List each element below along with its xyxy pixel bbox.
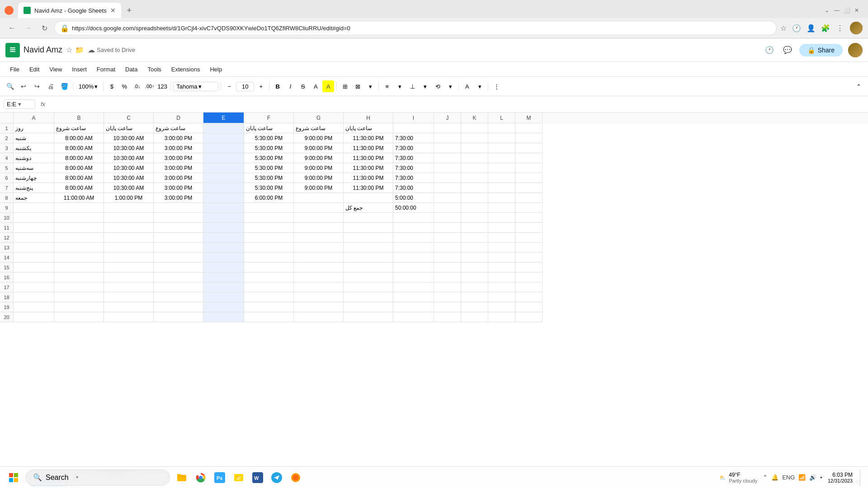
- cell-M3[interactable]: [515, 143, 542, 153]
- col-header-A[interactable]: A: [14, 113, 54, 123]
- cell-F20[interactable]: [244, 312, 294, 322]
- cell-A20[interactable]: [14, 312, 54, 322]
- cell-K8[interactable]: [461, 193, 488, 203]
- cell-J11[interactable]: [434, 223, 461, 233]
- profile-avatar[interactable]: [850, 22, 863, 34]
- cell-A6[interactable]: چهارشنبه: [14, 173, 54, 183]
- cell-I1[interactable]: [393, 123, 434, 133]
- cell-C13[interactable]: [104, 243, 154, 253]
- cell-K17[interactable]: [461, 282, 488, 292]
- volume-icon[interactable]: 🔊: [809, 474, 816, 481]
- cell-D17[interactable]: [154, 282, 203, 292]
- cell-H11[interactable]: [344, 223, 393, 233]
- row-num-14[interactable]: 14: [0, 253, 14, 263]
- cell-K1[interactable]: [461, 123, 488, 133]
- cell-E19[interactable]: [203, 302, 244, 312]
- cell-I17[interactable]: [393, 282, 434, 292]
- cell-F14[interactable]: [244, 253, 294, 263]
- cell-I3[interactable]: 7:30:00: [393, 143, 434, 153]
- close-window-button[interactable]: ✕: [854, 7, 860, 14]
- cell-H7[interactable]: 11:30:00 PM: [344, 183, 393, 193]
- cell-C16[interactable]: [104, 272, 154, 282]
- cell-L11[interactable]: [488, 223, 515, 233]
- row-num-5[interactable]: 5: [0, 163, 14, 173]
- cell-K20[interactable]: [461, 312, 488, 322]
- cell-F3[interactable]: 5:30:00 PM: [244, 143, 294, 153]
- col-header-G[interactable]: G: [294, 113, 344, 123]
- cell-C19[interactable]: [104, 302, 154, 312]
- cell-F5[interactable]: 5:30:00 PM: [244, 163, 294, 173]
- cell-I8[interactable]: 5:00:00: [393, 193, 434, 203]
- show-desktop-button[interactable]: [860, 469, 863, 486]
- col-header-M[interactable]: M: [515, 113, 542, 123]
- row-num-15[interactable]: 15: [0, 263, 14, 272]
- minimize-button[interactable]: —: [834, 7, 840, 14]
- cell-H1[interactable]: ساعت پایان: [344, 123, 393, 133]
- cell-F7[interactable]: 5:30:00 PM: [244, 183, 294, 193]
- cell-K2[interactable]: [461, 133, 488, 143]
- cell-A9[interactable]: [14, 203, 54, 213]
- cell-F6[interactable]: 5:30:00 PM: [244, 173, 294, 183]
- cell-J7[interactable]: [434, 183, 461, 193]
- menu-data[interactable]: Data: [121, 64, 142, 75]
- cell-L2[interactable]: [488, 133, 515, 143]
- cell-F15[interactable]: [244, 263, 294, 272]
- account-icon[interactable]: 👤: [805, 22, 817, 34]
- cell-M9[interactable]: [515, 203, 542, 213]
- browser-menu-icon[interactable]: ⋮: [834, 22, 846, 34]
- cell-A2[interactable]: شنبه: [14, 133, 54, 143]
- cell-I5[interactable]: 7:30:00: [393, 163, 434, 173]
- cell-K15[interactable]: [461, 263, 488, 272]
- cell-E20[interactable]: [203, 312, 244, 322]
- cell-G9[interactable]: [294, 203, 344, 213]
- menu-insert[interactable]: Insert: [67, 64, 91, 75]
- cell-E4[interactable]: [203, 153, 244, 163]
- cell-K10[interactable]: [461, 213, 488, 223]
- cell-A12[interactable]: [14, 233, 54, 243]
- reload-button[interactable]: ↻: [38, 22, 51, 34]
- cell-M10[interactable]: [515, 213, 542, 223]
- cell-K7[interactable]: [461, 183, 488, 193]
- cell-D4[interactable]: 3:00:00 PM: [154, 153, 203, 163]
- cell-M4[interactable]: [515, 153, 542, 163]
- cell-D6[interactable]: 3:00:00 PM: [154, 173, 203, 183]
- row-num-12[interactable]: 12: [0, 233, 14, 243]
- cell-K4[interactable]: [461, 153, 488, 163]
- cell-H9[interactable]: جمع کل: [344, 203, 393, 213]
- valign-dropdown-button[interactable]: ▾: [419, 80, 431, 92]
- cell-D18[interactable]: [154, 292, 203, 302]
- col-header-J[interactable]: J: [434, 113, 461, 123]
- cell-L5[interactable]: [488, 163, 515, 173]
- cell-F17[interactable]: [244, 282, 294, 292]
- cell-M19[interactable]: [515, 302, 542, 312]
- new-tab-button[interactable]: +: [123, 4, 136, 17]
- more-formats-button[interactable]: ⋮: [491, 80, 502, 92]
- cell-M7[interactable]: [515, 183, 542, 193]
- comments-icon[interactable]: 💬: [781, 44, 794, 56]
- cell-B4[interactable]: 8:00:00 AM: [54, 153, 104, 163]
- taskbar-explorer-app[interactable]: [174, 469, 190, 486]
- cell-H12[interactable]: [344, 233, 393, 243]
- search-toolbar-button[interactable]: 🔍: [4, 80, 16, 93]
- cell-K6[interactable]: [461, 173, 488, 183]
- cell-J8[interactable]: [434, 193, 461, 203]
- merge-dropdown-button[interactable]: ▾: [364, 80, 376, 92]
- menu-format[interactable]: Format: [92, 64, 120, 75]
- cell-I14[interactable]: [393, 253, 434, 263]
- cell-H16[interactable]: [344, 272, 393, 282]
- cell-I2[interactable]: 7:30:00: [393, 133, 434, 143]
- row-num-11[interactable]: 11: [0, 223, 14, 233]
- row-num-18[interactable]: 18: [0, 292, 14, 302]
- cell-M1[interactable]: [515, 123, 542, 133]
- cell-A15[interactable]: [14, 263, 54, 272]
- taskbar-chrome-app[interactable]: [193, 469, 209, 486]
- cell-L8[interactable]: [488, 193, 515, 203]
- cell-L1[interactable]: [488, 123, 515, 133]
- taskbar-files-app[interactable]: 📁: [231, 469, 247, 486]
- increase-font-size-button[interactable]: +: [255, 80, 267, 92]
- cell-G15[interactable]: [294, 263, 344, 272]
- cell-L13[interactable]: [488, 243, 515, 253]
- bold-button[interactable]: B: [272, 80, 283, 92]
- paint-format-button[interactable]: 🪣: [58, 80, 71, 93]
- cell-G1[interactable]: ساعت شروع: [294, 123, 344, 133]
